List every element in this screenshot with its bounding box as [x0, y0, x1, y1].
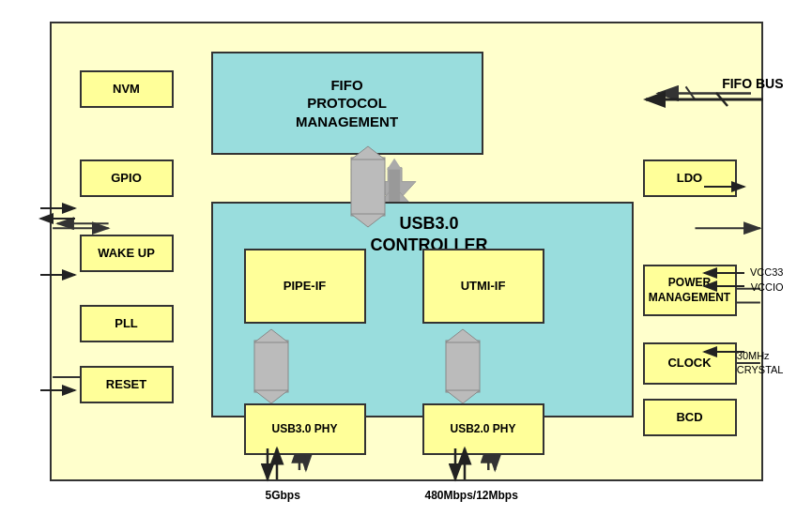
utmi-if-block: UTMI-IF [422, 249, 544, 324]
gpio-label: GPIO [111, 171, 142, 187]
clock-block: CLOCK [643, 342, 737, 385]
speed-480-label: 480Mbps/12Mbps [425, 489, 518, 502]
usb2-phy-block: USB2.0 PHY [422, 403, 544, 455]
ldo-block: LDO [643, 159, 737, 197]
pipe-if-label: PIPE-IF [283, 279, 327, 295]
wake-up-block: WAKE UP [80, 235, 174, 272]
vccio-label: VCCIO [751, 281, 784, 293]
power-mgmt-label: POWER MANAGEMENT [649, 276, 730, 305]
bcd-label: BCD [676, 410, 702, 426]
speed-5g-label: 5Gbps [266, 489, 300, 502]
ldo-label: LDO [677, 171, 702, 187]
outer-box: FIFO PROTOCOL MANAGEMENT USB3.0 CONTROLL… [50, 22, 763, 481]
crystal-label: 30MHz CRYSTAL [737, 336, 784, 376]
clock-label: CLOCK [667, 356, 711, 372]
svg-line-6 [685, 86, 695, 99]
reset-label: RESET [106, 377, 146, 393]
fifo-block: FIFO PROTOCOL MANAGEMENT [211, 52, 483, 155]
fifo-bus-label: FIFO BUS [722, 76, 783, 91]
nvm-block: NVM [80, 70, 174, 108]
power-mgmt-block: POWER MANAGEMENT [643, 265, 737, 316]
usb2-phy-label: USB2.0 PHY [450, 422, 515, 437]
pipe-if-block: PIPE-IF [244, 249, 366, 324]
svg-marker-7 [374, 168, 416, 205]
vcc33-label: VCC33 [750, 266, 783, 278]
usb3-phy-label: USB3.0 PHY [271, 422, 337, 437]
pll-label: PLL [115, 316, 138, 332]
nvm-label: NVM [113, 82, 140, 98]
wake-up-label: WAKE UP [98, 246, 155, 262]
bcd-block: BCD [643, 399, 737, 436]
fifo-label: FIFO PROTOCOL MANAGEMENT [296, 76, 398, 131]
pll-block: PLL [80, 305, 174, 342]
utmi-if-label: UTMI-IF [461, 279, 506, 295]
reset-block: RESET [80, 366, 174, 403]
usb3-phy-block: USB3.0 PHY [244, 403, 366, 455]
gpio-block: GPIO [80, 159, 174, 197]
svg-marker-10 [387, 159, 402, 170]
